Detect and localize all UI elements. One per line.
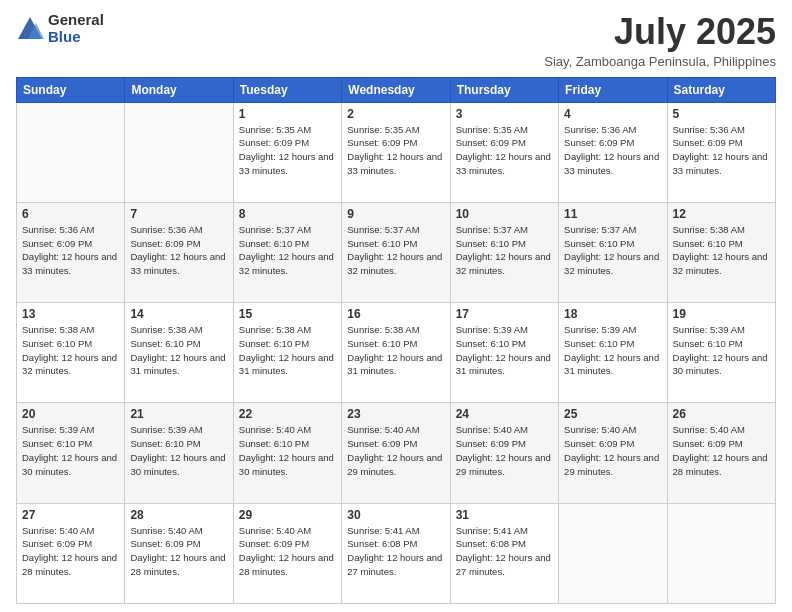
day-info: Sunrise: 5:37 AM Sunset: 6:10 PM Dayligh… bbox=[239, 223, 336, 278]
table-row: 14Sunrise: 5:38 AM Sunset: 6:10 PM Dayli… bbox=[125, 303, 233, 403]
day-number: 27 bbox=[22, 508, 119, 522]
col-monday: Monday bbox=[125, 77, 233, 102]
day-info: Sunrise: 5:35 AM Sunset: 6:09 PM Dayligh… bbox=[456, 123, 553, 178]
day-info: Sunrise: 5:38 AM Sunset: 6:10 PM Dayligh… bbox=[22, 323, 119, 378]
table-row bbox=[559, 503, 667, 603]
page: General Blue July 2025 Siay, Zamboanga P… bbox=[0, 0, 792, 612]
table-row: 25Sunrise: 5:40 AM Sunset: 6:09 PM Dayli… bbox=[559, 403, 667, 503]
table-row: 13Sunrise: 5:38 AM Sunset: 6:10 PM Dayli… bbox=[17, 303, 125, 403]
day-info: Sunrise: 5:35 AM Sunset: 6:09 PM Dayligh… bbox=[239, 123, 336, 178]
table-row: 6Sunrise: 5:36 AM Sunset: 6:09 PM Daylig… bbox=[17, 202, 125, 302]
day-info: Sunrise: 5:38 AM Sunset: 6:10 PM Dayligh… bbox=[347, 323, 444, 378]
day-info: Sunrise: 5:38 AM Sunset: 6:10 PM Dayligh… bbox=[673, 223, 770, 278]
day-number: 10 bbox=[456, 207, 553, 221]
day-number: 16 bbox=[347, 307, 444, 321]
col-sunday: Sunday bbox=[17, 77, 125, 102]
day-info: Sunrise: 5:40 AM Sunset: 6:09 PM Dayligh… bbox=[456, 423, 553, 478]
day-number: 28 bbox=[130, 508, 227, 522]
day-info: Sunrise: 5:39 AM Sunset: 6:10 PM Dayligh… bbox=[564, 323, 661, 378]
calendar-week-4: 20Sunrise: 5:39 AM Sunset: 6:10 PM Dayli… bbox=[17, 403, 776, 503]
col-saturday: Saturday bbox=[667, 77, 775, 102]
table-row: 10Sunrise: 5:37 AM Sunset: 6:10 PM Dayli… bbox=[450, 202, 558, 302]
logo-general: General bbox=[48, 12, 104, 29]
title-block: July 2025 Siay, Zamboanga Peninsula, Phi… bbox=[544, 12, 776, 69]
table-row: 15Sunrise: 5:38 AM Sunset: 6:10 PM Dayli… bbox=[233, 303, 341, 403]
col-friday: Friday bbox=[559, 77, 667, 102]
day-number: 8 bbox=[239, 207, 336, 221]
table-row: 17Sunrise: 5:39 AM Sunset: 6:10 PM Dayli… bbox=[450, 303, 558, 403]
day-info: Sunrise: 5:39 AM Sunset: 6:10 PM Dayligh… bbox=[673, 323, 770, 378]
table-row: 21Sunrise: 5:39 AM Sunset: 6:10 PM Dayli… bbox=[125, 403, 233, 503]
day-number: 13 bbox=[22, 307, 119, 321]
day-info: Sunrise: 5:40 AM Sunset: 6:09 PM Dayligh… bbox=[130, 524, 227, 579]
table-row bbox=[667, 503, 775, 603]
day-info: Sunrise: 5:40 AM Sunset: 6:09 PM Dayligh… bbox=[564, 423, 661, 478]
table-row: 20Sunrise: 5:39 AM Sunset: 6:10 PM Dayli… bbox=[17, 403, 125, 503]
table-row: 16Sunrise: 5:38 AM Sunset: 6:10 PM Dayli… bbox=[342, 303, 450, 403]
day-number: 21 bbox=[130, 407, 227, 421]
day-info: Sunrise: 5:39 AM Sunset: 6:10 PM Dayligh… bbox=[22, 423, 119, 478]
day-number: 31 bbox=[456, 508, 553, 522]
day-number: 19 bbox=[673, 307, 770, 321]
table-row: 7Sunrise: 5:36 AM Sunset: 6:09 PM Daylig… bbox=[125, 202, 233, 302]
title-location: Siay, Zamboanga Peninsula, Philippines bbox=[544, 54, 776, 69]
calendar-week-5: 27Sunrise: 5:40 AM Sunset: 6:09 PM Dayli… bbox=[17, 503, 776, 603]
day-number: 3 bbox=[456, 107, 553, 121]
day-number: 18 bbox=[564, 307, 661, 321]
day-number: 26 bbox=[673, 407, 770, 421]
day-number: 15 bbox=[239, 307, 336, 321]
day-info: Sunrise: 5:40 AM Sunset: 6:09 PM Dayligh… bbox=[22, 524, 119, 579]
table-row bbox=[17, 102, 125, 202]
day-info: Sunrise: 5:36 AM Sunset: 6:09 PM Dayligh… bbox=[22, 223, 119, 278]
table-row: 28Sunrise: 5:40 AM Sunset: 6:09 PM Dayli… bbox=[125, 503, 233, 603]
header: General Blue July 2025 Siay, Zamboanga P… bbox=[16, 12, 776, 69]
calendar-week-3: 13Sunrise: 5:38 AM Sunset: 6:10 PM Dayli… bbox=[17, 303, 776, 403]
table-row bbox=[125, 102, 233, 202]
calendar-header-row: Sunday Monday Tuesday Wednesday Thursday… bbox=[17, 77, 776, 102]
day-number: 7 bbox=[130, 207, 227, 221]
table-row: 27Sunrise: 5:40 AM Sunset: 6:09 PM Dayli… bbox=[17, 503, 125, 603]
day-info: Sunrise: 5:38 AM Sunset: 6:10 PM Dayligh… bbox=[130, 323, 227, 378]
calendar-table: Sunday Monday Tuesday Wednesday Thursday… bbox=[16, 77, 776, 604]
table-row: 31Sunrise: 5:41 AM Sunset: 6:08 PM Dayli… bbox=[450, 503, 558, 603]
title-month: July 2025 bbox=[544, 12, 776, 52]
day-info: Sunrise: 5:36 AM Sunset: 6:09 PM Dayligh… bbox=[564, 123, 661, 178]
day-number: 17 bbox=[456, 307, 553, 321]
day-info: Sunrise: 5:39 AM Sunset: 6:10 PM Dayligh… bbox=[130, 423, 227, 478]
day-info: Sunrise: 5:37 AM Sunset: 6:10 PM Dayligh… bbox=[347, 223, 444, 278]
day-info: Sunrise: 5:37 AM Sunset: 6:10 PM Dayligh… bbox=[564, 223, 661, 278]
table-row: 22Sunrise: 5:40 AM Sunset: 6:10 PM Dayli… bbox=[233, 403, 341, 503]
day-info: Sunrise: 5:39 AM Sunset: 6:10 PM Dayligh… bbox=[456, 323, 553, 378]
day-info: Sunrise: 5:41 AM Sunset: 6:08 PM Dayligh… bbox=[456, 524, 553, 579]
day-info: Sunrise: 5:36 AM Sunset: 6:09 PM Dayligh… bbox=[673, 123, 770, 178]
day-info: Sunrise: 5:40 AM Sunset: 6:09 PM Dayligh… bbox=[347, 423, 444, 478]
table-row: 3Sunrise: 5:35 AM Sunset: 6:09 PM Daylig… bbox=[450, 102, 558, 202]
day-number: 30 bbox=[347, 508, 444, 522]
table-row: 12Sunrise: 5:38 AM Sunset: 6:10 PM Dayli… bbox=[667, 202, 775, 302]
col-tuesday: Tuesday bbox=[233, 77, 341, 102]
day-number: 5 bbox=[673, 107, 770, 121]
day-number: 2 bbox=[347, 107, 444, 121]
day-number: 20 bbox=[22, 407, 119, 421]
day-number: 29 bbox=[239, 508, 336, 522]
day-number: 24 bbox=[456, 407, 553, 421]
day-info: Sunrise: 5:40 AM Sunset: 6:09 PM Dayligh… bbox=[239, 524, 336, 579]
day-number: 1 bbox=[239, 107, 336, 121]
day-info: Sunrise: 5:36 AM Sunset: 6:09 PM Dayligh… bbox=[130, 223, 227, 278]
day-number: 6 bbox=[22, 207, 119, 221]
col-thursday: Thursday bbox=[450, 77, 558, 102]
logo: General Blue bbox=[16, 12, 104, 45]
table-row: 4Sunrise: 5:36 AM Sunset: 6:09 PM Daylig… bbox=[559, 102, 667, 202]
day-number: 11 bbox=[564, 207, 661, 221]
day-number: 12 bbox=[673, 207, 770, 221]
day-number: 9 bbox=[347, 207, 444, 221]
table-row: 29Sunrise: 5:40 AM Sunset: 6:09 PM Dayli… bbox=[233, 503, 341, 603]
day-info: Sunrise: 5:40 AM Sunset: 6:10 PM Dayligh… bbox=[239, 423, 336, 478]
calendar-week-1: 1Sunrise: 5:35 AM Sunset: 6:09 PM Daylig… bbox=[17, 102, 776, 202]
table-row: 11Sunrise: 5:37 AM Sunset: 6:10 PM Dayli… bbox=[559, 202, 667, 302]
table-row: 26Sunrise: 5:40 AM Sunset: 6:09 PM Dayli… bbox=[667, 403, 775, 503]
table-row: 19Sunrise: 5:39 AM Sunset: 6:10 PM Dayli… bbox=[667, 303, 775, 403]
table-row: 30Sunrise: 5:41 AM Sunset: 6:08 PM Dayli… bbox=[342, 503, 450, 603]
table-row: 8Sunrise: 5:37 AM Sunset: 6:10 PM Daylig… bbox=[233, 202, 341, 302]
day-info: Sunrise: 5:35 AM Sunset: 6:09 PM Dayligh… bbox=[347, 123, 444, 178]
